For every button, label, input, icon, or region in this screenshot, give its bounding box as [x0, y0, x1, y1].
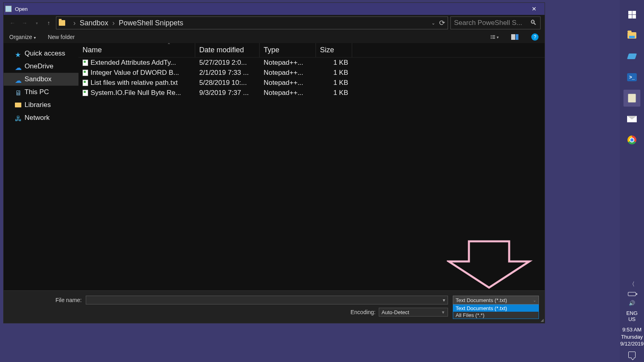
encoding-select[interactable]: Auto-Detect▼ — [379, 308, 448, 317]
action-center-icon[interactable] — [628, 352, 636, 358]
taskbar: >_ 〈 🔊 ENGUS 9:53 AM Thursday 9/12/2019 — [620, 0, 644, 362]
filename-input[interactable]: ▼ — [86, 296, 448, 304]
chevron-down-icon: ⌄ — [533, 298, 536, 302]
file-list-pane: Name⌃ Date modified Type Size Extended A… — [78, 43, 545, 290]
mail-taskbar[interactable] — [623, 111, 640, 128]
chrome-icon — [627, 136, 636, 144]
chevron-down-icon[interactable]: ▼ — [442, 298, 446, 302]
star-icon: ★ — [15, 51, 21, 56]
sort-indicator-icon: ⌃ — [167, 43, 171, 47]
address-bar[interactable]: › Sandbox › PoweShell Snippets ⌄ ⟳ — [56, 16, 448, 29]
filetype-option[interactable]: Text Documents (*.txt) — [453, 305, 539, 312]
mail-icon — [627, 116, 637, 122]
column-date[interactable]: Date modified — [195, 43, 260, 57]
open-dialog: Open ✕ ← → ▾ ↑ › Sandbox › PoweShell Sni… — [3, 2, 545, 323]
sidebar-item-quick-access[interactable]: ★Quick access — [4, 47, 78, 60]
file-name: System.IO.File Null Byte Re... — [91, 89, 181, 97]
clock[interactable]: 9:53 AM Thursday 9/12/2019 — [620, 326, 644, 348]
help-button[interactable]: ? — [531, 33, 539, 41]
column-name[interactable]: Name⌃ — [78, 43, 195, 57]
breadcrumb-sep: › — [112, 19, 115, 27]
close-button[interactable]: ✕ — [525, 6, 543, 12]
file-size: 1 KB — [316, 79, 352, 87]
search-input[interactable]: Search PoweShell S... 🔍︎ — [450, 16, 541, 29]
file-row[interactable]: Integer Value of DWORD B...2/1/2019 7:33… — [78, 68, 545, 78]
encoding-label: Encoding: — [351, 309, 376, 315]
sidebar-item-this-pc[interactable]: 🖥This PC — [4, 86, 78, 99]
file-row[interactable]: Extended Attributes AddTy...5/27/2019 2:… — [78, 58, 545, 68]
file-type: Notepad++... — [260, 59, 316, 67]
text-file-icon — [83, 60, 88, 66]
file-date: 2/1/2019 7:33 ... — [195, 69, 260, 77]
powershell-taskbar[interactable]: >_ — [623, 69, 640, 86]
notepad-taskbar[interactable] — [623, 90, 640, 107]
new-folder-button[interactable]: New folder — [48, 34, 75, 40]
file-type: Notepad++... — [260, 79, 316, 87]
sidebar-label: OneDrive — [25, 62, 54, 70]
breadcrumb-item[interactable]: Sandbox — [80, 19, 108, 27]
back-button[interactable]: ← — [8, 18, 17, 28]
file-name: Extended Attributes AddTy... — [91, 59, 176, 67]
svg-rect-0 — [491, 35, 492, 36]
filetype-dropdown: Text Documents (*.txt) All Files (*.*) — [453, 304, 539, 319]
language-indicator[interactable]: ENGUS — [626, 310, 638, 322]
filename-label: File name: — [9, 297, 86, 303]
navigation-pane: ★Quick access☁OneDrive☁Sandbox🖥This PCLi… — [4, 43, 78, 290]
breadcrumb-item[interactable]: PoweShell Snippets — [119, 19, 183, 27]
view-options-button[interactable]: ▾ — [491, 33, 499, 41]
filetype-option[interactable]: All Files (*.*) — [453, 312, 539, 319]
file-size: 1 KB — [316, 59, 352, 67]
chevron-down-icon: ▼ — [441, 310, 445, 315]
file-date: 5/28/2019 10:... — [195, 79, 260, 87]
text-file-icon — [83, 70, 88, 76]
tray-overflow-icon[interactable]: 〈 — [629, 281, 635, 288]
windows-logo-icon — [628, 11, 636, 19]
sidebar-item-network[interactable]: 🖧Network — [4, 111, 78, 124]
file-name: List files with relative path.txt — [91, 79, 178, 87]
svg-rect-1 — [492, 35, 495, 36]
preview-pane-button[interactable] — [511, 33, 519, 41]
text-file-icon — [83, 80, 88, 86]
sidebar-label: Sandbox — [25, 75, 52, 83]
chrome-taskbar[interactable] — [623, 132, 640, 148]
column-headers: Name⌃ Date modified Type Size — [78, 43, 545, 58]
svg-rect-4 — [491, 38, 492, 39]
file-name: Integer Value of DWORD B... — [91, 69, 179, 77]
cloud-icon: ☁ — [15, 64, 21, 69]
network-icon: 🖧 — [15, 115, 21, 121]
file-row[interactable]: System.IO.File Null Byte Re...9/3/2019 7… — [78, 88, 545, 98]
filetype-select[interactable]: Text Documents (*.txt)⌄ Text Documents (… — [453, 296, 539, 304]
sidebar-item-onedrive[interactable]: ☁OneDrive — [4, 60, 78, 73]
file-explorer-taskbar[interactable] — [623, 27, 640, 44]
file-row[interactable]: List files with relative path.txt5/28/20… — [78, 78, 545, 88]
breadcrumb-sep: › — [73, 19, 76, 27]
forward-button[interactable]: → — [20, 18, 29, 28]
history-dropdown-icon[interactable]: ⌄ — [431, 21, 435, 26]
svg-rect-3 — [492, 37, 495, 37]
resize-grip[interactable]: ◢ — [541, 318, 544, 322]
column-size[interactable]: Size — [316, 43, 352, 57]
toolbar: Organize ▾ New folder ▾ ? — [4, 31, 545, 43]
powershell-icon: >_ — [627, 73, 637, 81]
svg-rect-2 — [491, 37, 492, 37]
app-icon — [5, 6, 12, 12]
sidebar-item-libraries[interactable]: Libraries — [4, 99, 78, 111]
sidebar-item-sandbox[interactable]: ☁Sandbox — [4, 73, 78, 86]
file-size: 1 KB — [316, 69, 352, 77]
folder-icon — [59, 20, 65, 26]
organize-button[interactable]: Organize ▾ — [9, 34, 36, 40]
magnifier-taskbar[interactable] — [623, 48, 640, 65]
up-button[interactable]: ↑ — [44, 18, 54, 28]
battery-icon[interactable] — [628, 292, 636, 296]
cloud-icon: ☁ — [15, 76, 21, 82]
dialog-footer: File name: ▼ Text Documents (*.txt)⌄ Tex… — [4, 290, 545, 323]
sidebar-label: Quick access — [25, 49, 65, 58]
notepad-icon — [628, 94, 636, 103]
start-button[interactable] — [623, 6, 640, 23]
column-type[interactable]: Type — [260, 43, 316, 57]
svg-rect-7 — [516, 34, 518, 40]
recent-dropdown[interactable]: ▾ — [32, 18, 41, 28]
volume-icon[interactable]: 🔊 — [629, 300, 635, 306]
refresh-icon[interactable]: ⟳ — [439, 19, 445, 27]
file-size: 1 KB — [316, 89, 352, 97]
